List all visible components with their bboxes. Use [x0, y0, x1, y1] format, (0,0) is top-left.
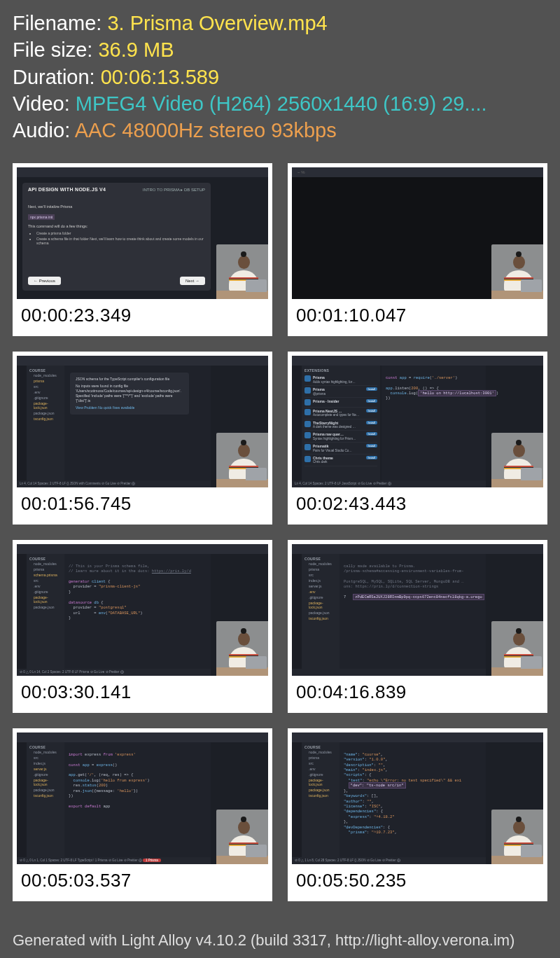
thumbnail-6[interactable]: COURSE node_modules prisma src index.js …	[288, 540, 547, 713]
install-button[interactable]: Install	[366, 444, 377, 447]
install-button[interactable]: Install	[366, 421, 377, 424]
thumbnail-8[interactable]: COURSE node_modules prisma src .env .git…	[288, 728, 547, 901]
thumbnail-7[interactable]: COURSE node_modules src index.js server.…	[13, 728, 272, 901]
tree-item[interactable]: index.js	[29, 761, 62, 766]
tree-item[interactable]: node_modules	[29, 749, 62, 755]
extension-icon	[304, 375, 311, 382]
thumbnail-4[interactable]: EXTENSIONS PrismaAdds syntax highlightin…	[288, 352, 547, 525]
install-button[interactable]: Install	[366, 432, 377, 436]
status-bar: ⊘ 0 △ 0 Ln 14, Col 2 Spaces: 2 UTF-8 LF …	[17, 669, 211, 676]
tree-item[interactable]: prisma	[29, 378, 62, 384]
tree-item[interactable]: .gitignore	[29, 589, 62, 595]
tree-item[interactable]: node_modules	[304, 749, 337, 755]
timestamp: 00:05:03.537	[17, 864, 268, 897]
tree-item[interactable]: package-lock.json	[304, 777, 337, 787]
tree-item[interactable]: index.js	[304, 578, 337, 583]
extension-item[interactable]: PrismatikPairs for Visual Studio Co…Inst…	[304, 443, 377, 454]
extension-text: Prisma - Insider	[313, 399, 340, 403]
tree-item[interactable]: src	[29, 755, 62, 761]
tree-item[interactable]: src	[304, 572, 337, 578]
install-button[interactable]: Install	[366, 399, 377, 403]
thumb-screen: COURSE node_modules prisma src .env .git…	[292, 733, 543, 864]
filename-label: Filename:	[13, 12, 107, 34]
tree-item[interactable]: tsconfig.json	[304, 616, 337, 621]
tree-item[interactable]: prisma	[304, 567, 337, 572]
tooltip-link[interactable]: View Problem No quick fixes available	[76, 405, 183, 410]
tree-item[interactable]: src	[29, 384, 62, 389]
extension-icon	[304, 444, 311, 450]
tree-item[interactable]: prisma	[304, 755, 337, 761]
thumbnail-2[interactable]: ~ % 00:01:10.047	[288, 163, 547, 336]
tree-item[interactable]: node_modules	[304, 561, 337, 567]
timestamp: 00:01:56.745	[17, 487, 268, 520]
thumb-screen: COURSE node_modules prisma schema.prisma…	[17, 544, 268, 676]
extension-text: PrismaAdds syntax highlighting, for…	[313, 375, 356, 384]
tree-item[interactable]: .gitignore	[29, 395, 62, 401]
terminal-prompt: ~ %	[298, 170, 305, 174]
tooltip-title: JSON schema for the TypeScript compiler'…	[76, 377, 183, 382]
tree-item[interactable]: src	[29, 578, 62, 583]
filesize-label: File size:	[13, 39, 98, 61]
tree-item[interactable]: .gitignore	[304, 595, 337, 600]
slide-lead: This command will do a few things:	[28, 224, 205, 228]
extension-text: Prisma NestJS …Autocomplete and types fo…	[313, 409, 359, 417]
tree-item[interactable]: src	[304, 761, 337, 766]
tree-item[interactable]: tsconfig.json	[29, 416, 62, 422]
tree-item[interactable]: .gitignore	[304, 772, 337, 777]
extension-text: Chris themeChris dark	[313, 456, 333, 464]
tree-item[interactable]: .env	[29, 389, 62, 395]
extension-item[interactable]: TheStarryNightA dark theme was designed …	[304, 419, 377, 431]
extension-item[interactable]: PrismaAdds syntax highlighting, for…	[304, 374, 377, 386]
extension-icon	[304, 421, 311, 427]
tree-item[interactable]: tsconfig.json	[304, 793, 337, 798]
presenter-pip	[491, 621, 543, 676]
tree-item[interactable]: package-lock.json	[304, 600, 337, 610]
tree-item[interactable]: tsconfig.json	[29, 793, 62, 798]
previous-button[interactable]: ← Previous	[28, 277, 61, 285]
install-button[interactable]: Install	[366, 409, 377, 412]
thumbnail-5[interactable]: COURSE node_modules prisma schema.prisma…	[13, 540, 272, 713]
tree-item[interactable]: schema.prisma	[29, 572, 62, 578]
extension-item[interactable]: Chris themeChris darkInstall	[304, 454, 377, 466]
tree-item[interactable]: package.json	[29, 410, 62, 416]
list-item: Create a prisma folder	[36, 231, 205, 235]
tree-item[interactable]: package.json	[304, 787, 337, 793]
tree-item[interactable]: package-lock.json	[29, 777, 62, 787]
tree-item[interactable]: package-lock.json	[29, 595, 62, 604]
tree-item[interactable]: package.json	[29, 787, 62, 793]
editor-pane: "name": "course", "version": "1.0.0", "d…	[340, 742, 486, 864]
extension-item[interactable]: Prisma NestJS …Autocomplete and types fo…	[304, 408, 377, 419]
tree-item[interactable]: package-lock.json	[29, 401, 62, 410]
thumb-screen: ~ %	[292, 167, 543, 299]
extensions-panel: EXTENSIONS PrismaAdds syntax highlightin…	[302, 366, 380, 480]
tree-item[interactable]: package.json	[29, 604, 62, 610]
tree-item[interactable]: node_modules	[29, 373, 62, 378]
filename-value: 3. Prisma Overview.mp4	[107, 12, 327, 34]
thumbnail-3[interactable]: COURSE node_modules prisma src .env .git…	[13, 352, 272, 525]
next-button[interactable]: Next →	[180, 277, 205, 285]
tree-item[interactable]: prisma	[29, 567, 62, 572]
extension-icon	[304, 387, 311, 394]
error-tooltip: JSON schema for the TypeScript compiler'…	[70, 373, 189, 415]
extension-text: PrismatikPairs for Visual Studio Co…	[313, 444, 352, 452]
extension-item[interactable]: Prisma@prismaInstall	[304, 386, 377, 398]
extension-item[interactable]: Prisma - InsiderInstall	[304, 398, 377, 408]
tree-item[interactable]: .env	[304, 589, 337, 595]
tooltip-body: No inputs were found in config file '/Us…	[76, 384, 183, 403]
tree-item[interactable]: server.js	[304, 583, 337, 589]
extension-text: Prisma raw quer…Syntax highlighting for …	[313, 432, 356, 440]
tree-item[interactable]: node_modules	[29, 561, 62, 567]
timestamp: 00:00:23.349	[17, 299, 268, 332]
extension-item[interactable]: Prisma raw quer…Syntax highlighting for …	[304, 431, 377, 443]
thumbnail-1[interactable]: API DESIGN WITH NODE.JS V4 INTRO TO PRIS…	[13, 163, 272, 336]
presenter-pip	[216, 244, 268, 299]
tree-item[interactable]: server.js	[29, 766, 62, 772]
extension-text: Prisma@prisma	[313, 387, 326, 396]
install-button[interactable]: Install	[366, 456, 377, 459]
tree-item[interactable]: .env	[304, 766, 337, 772]
tree-item[interactable]: .env	[29, 583, 62, 589]
tree-item[interactable]: .gitignore	[29, 772, 62, 777]
file-info-header: Filename: 3. Prisma Overview.mp4 File si…	[0, 0, 560, 149]
install-button[interactable]: Install	[366, 387, 377, 391]
tree-item[interactable]: package.json	[304, 610, 337, 616]
